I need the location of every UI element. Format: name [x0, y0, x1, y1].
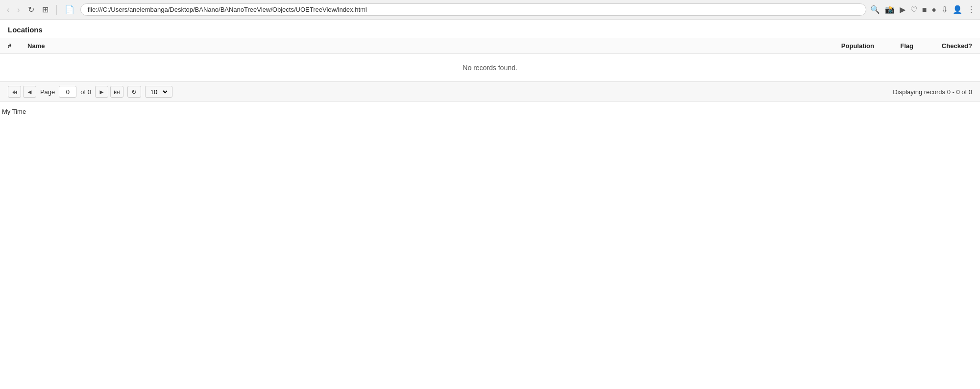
col-header-hash: #: [8, 42, 27, 50]
translate-icon[interactable]: ●: [931, 5, 936, 14]
nav-divider: [56, 5, 57, 15]
tabs-button[interactable]: ⊞: [40, 3, 50, 16]
search-icon[interactable]: 🔍: [870, 5, 880, 14]
no-records-message: No records found.: [0, 54, 980, 82]
back-button[interactable]: ‹: [5, 3, 11, 16]
col-header-checked: Checked?: [923, 42, 972, 50]
col-header-flag: Flag: [874, 42, 913, 50]
address-bar[interactable]: file:///C:/Users/anelembanga/Desktop/BAN…: [80, 3, 866, 16]
per-page-select-wrapper[interactable]: 10 25 50 100: [145, 86, 172, 98]
download-icon[interactable]: ⇩: [941, 5, 948, 14]
play-icon[interactable]: ▶: [900, 5, 906, 14]
col-header-name: Name: [27, 42, 806, 50]
next-page-button[interactable]: ►: [95, 86, 108, 98]
forward-button[interactable]: ›: [15, 3, 22, 16]
table-header: # Name Population Flag Checked?: [0, 38, 980, 54]
refresh-button[interactable]: ↻: [127, 86, 141, 98]
locations-header: Locations: [0, 20, 980, 38]
doc-icon-button[interactable]: 📄: [63, 3, 76, 16]
extensions-icon[interactable]: ■: [922, 5, 927, 14]
heart-icon[interactable]: ♡: [910, 5, 917, 14]
col-header-population: Population: [806, 42, 874, 50]
profile-icon[interactable]: 👤: [953, 5, 962, 14]
prev-page-button[interactable]: ◄: [23, 86, 36, 98]
page-label: Page: [40, 88, 55, 96]
last-page-button[interactable]: ⏭: [110, 86, 123, 98]
browser-chrome: ‹ › ↻ ⊞ 📄 file:///C:/Users/anelembanga/D…: [0, 0, 980, 20]
of-label: of 0: [80, 88, 91, 96]
camera-icon[interactable]: 📸: [885, 5, 895, 14]
menu-icon[interactable]: ⋮: [967, 5, 975, 14]
reload-button[interactable]: ↻: [26, 3, 36, 16]
my-time-label: My Time: [0, 102, 980, 119]
first-page-button[interactable]: ⏮: [8, 86, 21, 98]
page-title: Locations: [8, 26, 43, 34]
page-content: Locations # Name Population Flag Checked…: [0, 20, 980, 119]
pagination-bar: ⏮ ◄ Page of 0 ► ⏭ ↻ 10 25 50 100 Display…: [0, 82, 980, 102]
per-page-select[interactable]: 10 25 50 100: [148, 88, 169, 96]
url-text: file:///C:/Users/anelembanga/Desktop/BAN…: [88, 6, 859, 13]
browser-right-icons: 🔍 📸 ▶ ♡ ■ ● ⇩ 👤 ⋮: [870, 5, 975, 14]
displaying-records: Displaying records 0 - 0 of 0: [893, 88, 972, 96]
page-number-input[interactable]: [59, 86, 76, 98]
